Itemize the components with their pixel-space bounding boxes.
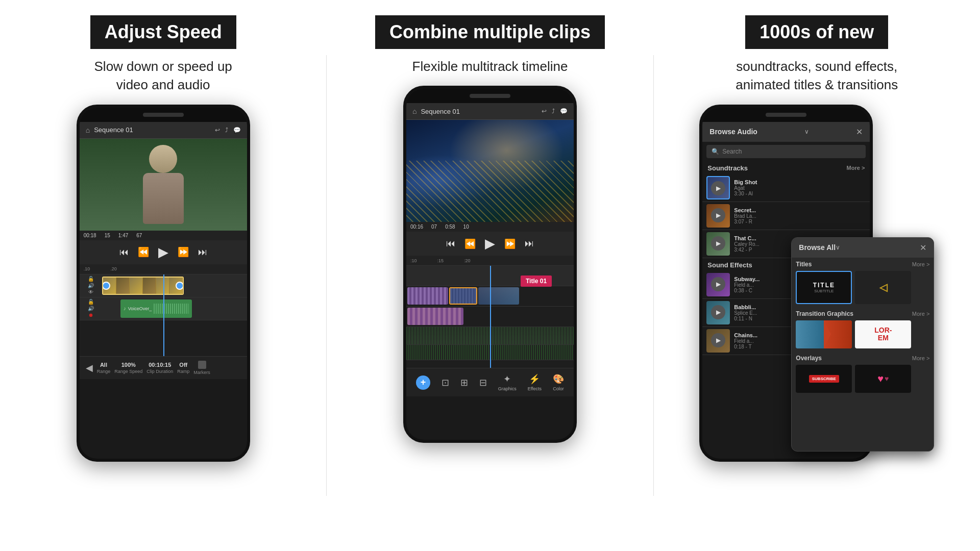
browse-all-header: Browse All ∨ ✕: [792, 238, 934, 258]
audio-item-bigshot[interactable]: ▶ Big Shot Agat3:30 - Al: [702, 174, 870, 202]
transport-controls: ⏮ ⏪ ▶ ⏩ ⏭: [80, 240, 247, 264]
frame-count: 15: [105, 233, 110, 238]
step-forward-btn[interactable]: ⏩: [178, 246, 189, 258]
speed-group: 100% Range Speed: [114, 362, 142, 374]
video-clip[interactable]: [102, 277, 184, 295]
back-btn[interactable]: ◀: [86, 362, 93, 373]
timeline-area[interactable]: 🔓 🔊 👁: [80, 274, 247, 356]
soundtracks-more[interactable]: More >: [847, 165, 865, 171]
share-icon-2[interactable]: ⤴: [552, 108, 555, 115]
undo-icon-2[interactable]: ↩: [542, 108, 547, 115]
overlays-row: Overlays More >: [796, 355, 929, 362]
home-icon-2: ⌂: [412, 107, 416, 115]
comment-icon[interactable]: 💬: [233, 127, 241, 134]
bottom-controls: ◀ All Range 100% Range Speed 00:10:15 Cl…: [80, 356, 247, 379]
title-cards: TITLE SUBTITLE ◁: [796, 271, 929, 304]
playhead: [163, 274, 164, 356]
audio-clip[interactable]: ♪ VoiceOver_: [120, 299, 192, 318]
step-forward-btn-2[interactable]: ⏩: [504, 238, 516, 249]
overlays-more[interactable]: More >: [912, 355, 930, 361]
speed-dot-left[interactable]: [102, 282, 110, 290]
color-nav-item[interactable]: 🎨 Color: [553, 373, 564, 391]
color-label: Color: [553, 386, 564, 391]
titles-more[interactable]: More >: [912, 261, 930, 267]
that-thumb: ▶: [706, 232, 730, 256]
transitions-label: Transition Graphics: [796, 310, 853, 317]
search-placeholder: Search: [722, 148, 742, 155]
graphics-nav-item[interactable]: ✦ Graphics: [498, 373, 517, 391]
mark-20: .20: [110, 266, 117, 271]
comment-icon-2[interactable]: 💬: [560, 108, 568, 115]
markers-checkbox[interactable]: [198, 361, 206, 369]
duration-group: 00:10:15 Clip Duration: [146, 362, 173, 374]
notch-pill-3: [766, 113, 806, 117]
transitions-more[interactable]: More >: [912, 311, 930, 317]
speed-label: Range Speed: [114, 369, 142, 374]
bigshot-meta: Agat3:30 - Al: [734, 185, 866, 196]
browse-close-btn[interactable]: ✕: [856, 127, 863, 137]
browse-all-arrow[interactable]: ∨: [836, 244, 840, 251]
playhead-2: [490, 266, 491, 368]
trim-icon: ⊡: [442, 377, 449, 388]
skip-back-btn[interactable]: ⏮: [119, 247, 129, 258]
babbling-thumb: ▶: [706, 301, 730, 324]
record-icon: ⏺: [88, 312, 93, 318]
step-back-btn-2[interactable]: ⏪: [464, 238, 476, 249]
transitions-section: Transition Graphics More > LOR-EM: [792, 307, 934, 352]
secret-play-btn[interactable]: ▶: [711, 208, 725, 222]
play-btn[interactable]: ▶: [158, 244, 168, 260]
phone2-notch: [406, 89, 574, 103]
subscribe-badge: SUBSCRIBE: [809, 375, 839, 383]
browse-audio-header: Browse Audio ∨ ✕: [702, 122, 870, 142]
crop-nav-item[interactable]: ⊟: [479, 377, 487, 388]
clip-blue-2[interactable]: [478, 287, 519, 305]
browse-dropdown-arrow[interactable]: ∨: [804, 128, 809, 135]
trans-card-2[interactable]: LOR-EM: [855, 320, 911, 348]
effects-nav-item[interactable]: ⚡ Effects: [528, 373, 542, 391]
subway-play-btn[interactable]: ▶: [711, 277, 725, 291]
skip-forward-btn-2[interactable]: ⏭: [525, 238, 534, 249]
skip-forward-btn[interactable]: ⏭: [198, 247, 207, 258]
header-icons-2: ↩ ⤴ 💬: [542, 108, 568, 115]
new-content-title: 1000s of new: [745, 15, 888, 49]
hearts-card[interactable]: ♥ ♥: [855, 365, 911, 393]
split-nav-item[interactable]: ⊞: [460, 377, 468, 388]
subscribe-card[interactable]: SUBSCRIBE: [796, 365, 852, 393]
step-back-btn[interactable]: ⏪: [138, 246, 149, 258]
title-card-2[interactable]: ◁: [855, 271, 911, 304]
trim-nav-item[interactable]: ⊡: [442, 377, 449, 388]
play-btn-2[interactable]: ▶: [485, 236, 495, 252]
adjust-speed-title: Adjust Speed: [90, 15, 236, 49]
thumb-5: [156, 278, 169, 294]
title-card-1[interactable]: TITLE SUBTITLE: [796, 271, 852, 304]
clip-pink[interactable]: [407, 287, 448, 305]
speed-dot-right[interactable]: [176, 282, 184, 290]
audio-item-secret[interactable]: ▶ Secret... Brad La...3:07 - R: [702, 202, 870, 230]
skip-back-btn-2[interactable]: ⏮: [446, 238, 455, 249]
share-icon[interactable]: ⤴: [225, 127, 228, 134]
phone2-header: ⌂ Sequence 01 ↩ ⤴ 💬: [406, 103, 574, 120]
duration-label: Clip Duration: [146, 369, 173, 374]
secret-name: Secret...: [734, 207, 866, 213]
that-play-btn[interactable]: ▶: [711, 236, 725, 251]
babbling-play-btn[interactable]: ▶: [711, 305, 725, 319]
undo-icon[interactable]: ↩: [215, 127, 220, 134]
search-bar[interactable]: 🔍 Search: [706, 145, 866, 158]
chains-thumb: ▶: [706, 329, 730, 353]
bigshot-play-btn[interactable]: ▶: [711, 181, 725, 195]
range-label: Range: [97, 369, 111, 374]
trans-card-1[interactable]: [796, 320, 852, 348]
color-icon: 🎨: [553, 373, 564, 385]
phone1-header: ⌂ Sequence 01 ↩ ⤴ 💬: [80, 122, 247, 139]
dur-frames-2: 10: [463, 224, 469, 230]
overlay-cards: SUBSCRIBE ♥ ♥: [796, 365, 929, 393]
add-icon[interactable]: +: [416, 375, 430, 390]
multi-track[interactable]: Title 01: [406, 266, 574, 368]
clip-pink-2[interactable]: [407, 308, 463, 325]
clip-blue-selected[interactable]: [449, 287, 477, 305]
add-nav-item[interactable]: +: [416, 375, 430, 390]
markers-label: Markers: [193, 370, 210, 375]
chains-play-btn[interactable]: ▶: [711, 333, 725, 347]
browse-all-close-btn[interactable]: ✕: [920, 243, 926, 253]
phone1-notch: [80, 108, 247, 122]
